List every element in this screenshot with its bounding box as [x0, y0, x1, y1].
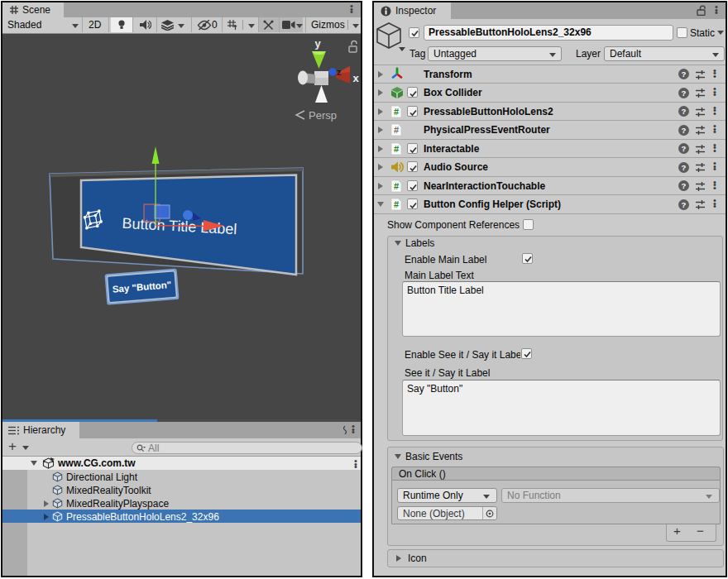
svg-text:#: #: [394, 107, 399, 117]
svg-text:x: x: [352, 72, 359, 84]
svg-text:#: #: [394, 125, 399, 135]
svg-text:#: #: [394, 181, 399, 191]
svg-text:#: #: [394, 144, 399, 154]
svg-text:y: y: [314, 37, 321, 50]
svg-text:#: #: [394, 199, 399, 209]
svg-text:z: z: [337, 67, 342, 77]
svg-text:Persp: Persp: [309, 109, 337, 122]
